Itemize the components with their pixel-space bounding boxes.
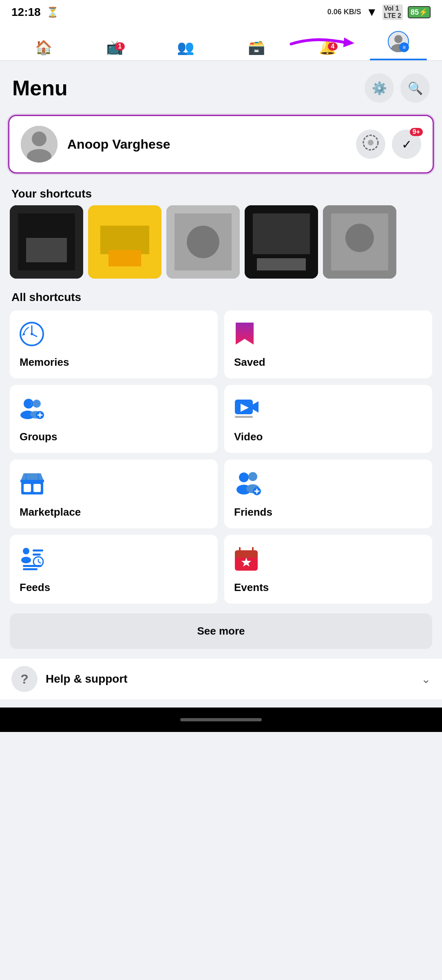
friends-label: Friends (234, 506, 272, 518)
nav-bar: 🏠 📺 1 👥 🗃️ 🔔 4 ≡ (0, 24, 442, 61)
svg-point-39 (33, 400, 39, 407)
check-icon: ✓ (402, 137, 412, 152)
page-title: Menu (12, 76, 68, 100)
svg-point-26 (345, 224, 374, 252)
shortcut-card-marketplace[interactable]: Marketplace (10, 459, 218, 528)
profile-name: Anoop Varghese (67, 137, 346, 152)
see-more-button[interactable]: See more (10, 613, 432, 649)
marketplace-label: Marketplace (20, 506, 81, 518)
home-icon: 🏠 (35, 39, 52, 55)
status-time: 12:18 (11, 6, 41, 19)
nav-item-friends[interactable]: 👥 (150, 24, 221, 60)
marketplace-icon (20, 471, 208, 501)
feeds-icon (20, 546, 208, 576)
shortcut-thumb-4[interactable] (245, 205, 318, 279)
nav-item-profile[interactable]: ≡ (363, 24, 434, 60)
story-button[interactable] (356, 130, 385, 159)
notifications-check-button[interactable]: ✓ 9+ (392, 130, 421, 159)
video-shortcut-icon (234, 396, 422, 426)
svg-point-2 (394, 35, 402, 43)
svg-rect-50 (33, 484, 41, 492)
shortcuts-scroll (0, 205, 442, 287)
shortcut-card-events[interactable]: Events (224, 535, 432, 604)
shortcuts-grid: Memories Saved (0, 310, 442, 610)
svg-point-7 (32, 132, 46, 146)
svg-rect-51 (20, 480, 44, 482)
shortcut-card-saved[interactable]: Saved (224, 310, 432, 378)
memories-icon (20, 322, 208, 351)
profile-card[interactable]: Anoop Varghese ✓ 9+ (8, 115, 434, 174)
help-support-section[interactable]: ? Help & support ⌄ (0, 659, 442, 699)
svg-point-62 (21, 557, 31, 563)
svg-rect-53 (38, 473, 39, 480)
svg-marker-31 (22, 332, 25, 336)
wifi-icon: ▼ (366, 6, 378, 19)
nav-item-video[interactable]: 📺 1 (79, 24, 150, 60)
shortcut-thumb-1[interactable] (10, 205, 83, 279)
svg-rect-22 (253, 213, 310, 254)
nav-item-store[interactable]: 🗃️ (221, 24, 292, 60)
shortcut-card-friends[interactable]: Friends (224, 459, 432, 528)
svg-rect-17 (108, 250, 141, 266)
svg-point-54 (239, 472, 249, 482)
svg-rect-14 (26, 238, 67, 262)
video-label: Video (234, 431, 263, 443)
memories-label: Memories (20, 356, 69, 368)
svg-rect-66 (23, 568, 38, 570)
svg-rect-64 (33, 554, 41, 556)
gear-icon: ⚙️ (372, 81, 387, 95)
search-icon: 🔍 (408, 81, 423, 95)
chevron-down-icon: ⌄ (421, 672, 431, 686)
groups-label: Groups (20, 431, 57, 443)
friends-nav-icon: 👥 (177, 39, 194, 55)
help-left: ? Help & support (11, 666, 128, 692)
video-badge: 1 (115, 42, 125, 51)
question-mark-icon: ? (20, 672, 29, 687)
store-nav-icon: 🗃️ (248, 39, 265, 55)
help-label: Help & support (46, 672, 128, 686)
search-button[interactable]: 🔍 (400, 73, 430, 103)
shortcut-card-video[interactable]: Video (224, 385, 432, 453)
svg-rect-16 (100, 226, 149, 254)
svg-point-20 (187, 226, 219, 258)
groups-icon (20, 396, 208, 426)
home-indicator (180, 718, 262, 721)
shortcut-card-groups[interactable]: Groups (10, 385, 218, 453)
shortcut-thumb-5[interactable] (323, 205, 396, 279)
svg-point-37 (24, 400, 31, 407)
all-shortcuts-label: All shortcuts (0, 287, 442, 310)
settings-button[interactable]: ⚙️ (365, 73, 394, 103)
arrow-annotation (287, 32, 360, 58)
shortcut-thumb-2[interactable] (88, 205, 161, 279)
status-hourglass: ⏳ (46, 7, 59, 18)
shortcut-thumb-3[interactable] (166, 205, 240, 279)
header-actions: ⚙️ 🔍 (365, 73, 430, 103)
svg-marker-0 (343, 37, 354, 47)
status-bar: 12:18 ⏳ 0.06 KB/S ▼ Vol 1LTE 2 85⚡ (0, 0, 442, 24)
check-badge: 9+ (410, 128, 423, 136)
help-icon: ? (11, 666, 38, 692)
shortcut-card-feeds[interactable]: Feeds (10, 535, 218, 604)
page-header: Menu ⚙️ 🔍 (0, 61, 442, 111)
nav-item-home[interactable]: 🏠 (8, 24, 79, 60)
svg-line-30 (32, 334, 37, 336)
avatar (21, 126, 57, 163)
svg-rect-49 (24, 484, 31, 492)
feeds-label: Feeds (20, 581, 50, 593)
svg-marker-45 (253, 401, 259, 413)
shortcut-card-memories[interactable]: Memories (10, 310, 218, 378)
svg-point-61 (23, 548, 29, 554)
android-nav-bar (0, 708, 442, 732)
svg-rect-47 (235, 416, 253, 418)
friends-icon (234, 471, 422, 501)
video-icon: 📺 1 (106, 39, 123, 55)
svg-point-11 (368, 140, 373, 145)
battery-indicator: 85⚡ (408, 6, 431, 18)
svg-point-56 (248, 472, 257, 481)
svg-rect-63 (33, 549, 43, 552)
status-network: 0.06 KB/S (327, 8, 361, 17)
events-label: Events (234, 581, 269, 593)
page-content: Menu ⚙️ 🔍 Anoop Varghese (0, 61, 442, 699)
lte-badge: Vol 1LTE 2 (382, 4, 403, 20)
profile-nav-icon: ≡ (388, 31, 409, 55)
